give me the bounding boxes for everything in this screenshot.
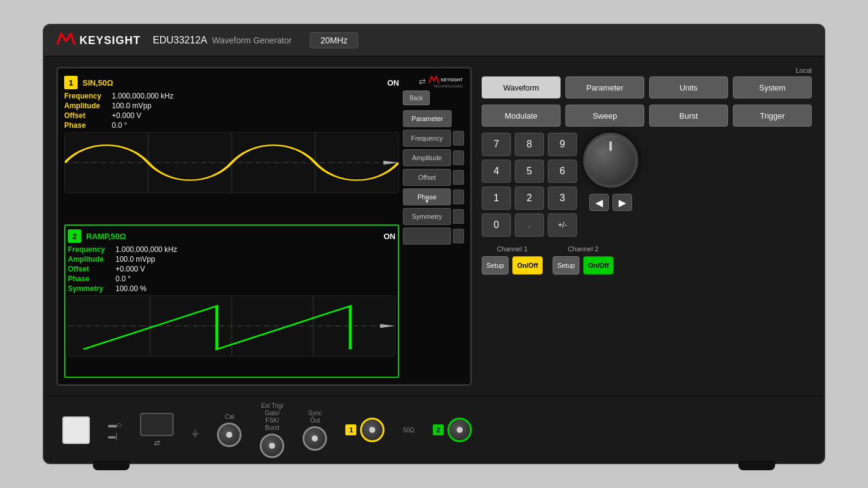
ch2-output-badge: 2 bbox=[433, 424, 444, 435]
ch2-output-connector: 2 bbox=[433, 418, 472, 442]
num-7[interactable]: 7 bbox=[482, 133, 511, 156]
usb-port[interactable] bbox=[140, 413, 174, 436]
ch1-offset-row: Offset +0.000 V bbox=[64, 111, 399, 120]
sweep-button[interactable]: Sweep bbox=[565, 105, 644, 127]
ch2-sym-val: 100.00 % bbox=[116, 284, 147, 293]
ch1-output-badge: 1 bbox=[345, 424, 356, 435]
usb-port-group: ⇄ bbox=[140, 413, 174, 447]
usb-label: ⇄ bbox=[154, 438, 160, 447]
soft-key-phase[interactable] bbox=[453, 190, 464, 204]
ch1-phase-val: 0.0 ° bbox=[112, 121, 127, 130]
num-1[interactable]: 1 bbox=[482, 187, 511, 210]
header-bar: KEYSIGHT EDU33212A Waveform Generator 20… bbox=[44, 25, 824, 57]
ch2-freq-label: Frequency bbox=[68, 245, 111, 254]
ext-trig-label: Ext Trig/ Gate/ FSK/ Burst bbox=[261, 402, 284, 432]
ch1-amp-val: 100.0 mVpp bbox=[112, 102, 152, 110]
ch1-freq-val: 1.000,000,000 kHz bbox=[112, 92, 174, 100]
bottom-panel: ▬○ ▬| ⇄ ⏚ Cal Ext Trig/ Gate/ FSK/ Burst… bbox=[44, 396, 824, 463]
top-btn-row1: Waveform Parameter Units System bbox=[482, 76, 812, 98]
waveform-button[interactable]: Waveform bbox=[482, 76, 561, 98]
usb-top-area: ⇄ KEYSIGHT TECHNOLOGIES bbox=[403, 75, 464, 88]
pc-io-icon: ▬○ bbox=[108, 420, 122, 429]
menu-blank-btn[interactable] bbox=[403, 227, 451, 245]
ch1-onoff-button[interactable]: On/Off bbox=[512, 256, 543, 275]
ohm-label: 50Ω bbox=[403, 427, 414, 434]
back-button[interactable]: Back bbox=[403, 91, 430, 105]
instrument-body: KEYSIGHT EDU33212A Waveform Generator 20… bbox=[43, 24, 825, 464]
ch2-amp-row: Amplitude 100.0 mVpp bbox=[68, 255, 395, 264]
sync-out-bnc[interactable] bbox=[303, 426, 327, 451]
ch2-freq-val: 1.000,000,000 kHz bbox=[116, 245, 177, 254]
ch1-offset-label: Offset bbox=[64, 111, 107, 120]
parameter-button[interactable]: Parameter bbox=[565, 76, 644, 98]
ext-trig-bnc[interactable] bbox=[260, 434, 284, 458]
ch2-offset-val: +0.000 V bbox=[116, 265, 145, 273]
ks-logo-mini bbox=[428, 75, 440, 84]
menu-symmetry-btn[interactable]: Symmetry bbox=[403, 208, 451, 225]
num-dot[interactable]: . bbox=[515, 213, 544, 237]
channel2-panel: 2 RAMP,50Ω ON Frequency 1.000,000,000 kH… bbox=[64, 224, 399, 378]
ch2-onoff-button[interactable]: On/Off bbox=[583, 256, 614, 275]
io-ports: ▬○ ▬| bbox=[108, 420, 122, 440]
frequency-badge: 20MHz bbox=[310, 32, 358, 48]
control-section: Local Waveform Parameter Units System Mo… bbox=[482, 67, 812, 386]
knob-area: ◀ ▶ bbox=[583, 133, 638, 211]
ch2-output-bnc[interactable] bbox=[447, 418, 472, 442]
trigger-button[interactable]: Trigger bbox=[733, 105, 812, 127]
instrument-type: Waveform Generator bbox=[212, 35, 292, 45]
ch1-amp-row: Amplitude 100.0 mVpp bbox=[64, 102, 399, 110]
num-9[interactable]: 9 bbox=[548, 133, 577, 156]
ch1-status: ON bbox=[388, 78, 400, 87]
units-button[interactable]: Units bbox=[649, 76, 728, 98]
ch2-amp-label: Amplitude bbox=[68, 255, 111, 264]
top-btn-row2: Modulate Sweep Burst Trigger bbox=[482, 105, 812, 127]
ch1-output-buttons: Setup On/Off bbox=[482, 256, 543, 275]
num-4[interactable]: 4 bbox=[482, 160, 511, 183]
soft-key-offset[interactable] bbox=[453, 170, 464, 185]
soft-key-freq[interactable] bbox=[453, 131, 464, 146]
channel-output-section: Channel 1 Setup On/Off Channel 2 Setup O… bbox=[482, 245, 812, 275]
soft-key-amp[interactable] bbox=[453, 150, 464, 165]
right-foot bbox=[738, 460, 775, 470]
ch1-phase-label: Phase bbox=[64, 121, 107, 130]
num-8[interactable]: 8 bbox=[515, 133, 544, 156]
menu-offset-btn[interactable]: Offset bbox=[403, 169, 451, 186]
menu-amplitude-btn[interactable]: Amplitude bbox=[403, 149, 451, 166]
num-2[interactable]: 2 bbox=[515, 187, 544, 210]
ch2-setup-button[interactable]: Setup bbox=[553, 256, 579, 275]
power-button[interactable] bbox=[62, 416, 90, 444]
ks-text-mini: KEYSIGHT bbox=[441, 78, 463, 82]
ch1-offset-val: +0.000 V bbox=[112, 111, 141, 120]
cal-bnc[interactable] bbox=[217, 423, 241, 447]
soft-key-blank[interactable] bbox=[453, 229, 464, 243]
sync-out-connector-group: Sync Out bbox=[303, 410, 327, 451]
system-button[interactable]: System bbox=[733, 76, 812, 98]
modulate-button[interactable]: Modulate bbox=[482, 105, 561, 127]
ch2-offset-label: Offset bbox=[68, 265, 111, 273]
usb-icon: ⇄ bbox=[419, 76, 426, 86]
num-3[interactable]: 3 bbox=[548, 187, 577, 210]
num-0[interactable]: 0 bbox=[482, 213, 511, 237]
logo-icon bbox=[56, 30, 76, 51]
ch2-sym-label: Symmetry bbox=[68, 284, 111, 293]
menu-phase-btn[interactable]: Phase ▼ bbox=[403, 188, 451, 205]
screen-section: 1 SIN,50Ω ON Frequency 1.000,000,000 kHz… bbox=[56, 67, 472, 386]
ch2-output-group: Channel 2 Setup On/Off bbox=[553, 245, 614, 275]
num-6[interactable]: 6 bbox=[548, 160, 577, 183]
left-arrow-button[interactable]: ◀ bbox=[589, 194, 609, 211]
ch1-output-bnc[interactable] bbox=[360, 418, 384, 442]
ch2-status: ON bbox=[384, 232, 396, 241]
left-foot bbox=[93, 460, 130, 470]
menu-parameter-btn[interactable]: Parameter bbox=[403, 110, 452, 127]
ch1-params: Frequency 1.000,000,000 kHz Amplitude 10… bbox=[64, 92, 399, 130]
burst-button[interactable]: Burst bbox=[649, 105, 728, 127]
arrow-buttons: ◀ ▶ bbox=[589, 194, 632, 211]
soft-key-sym[interactable] bbox=[453, 209, 464, 224]
right-arrow-button[interactable]: ▶ bbox=[612, 194, 632, 211]
channel1-panel: 1 SIN,50Ω ON Frequency 1.000,000,000 kHz… bbox=[64, 75, 399, 221]
ch1-setup-button[interactable]: Setup bbox=[482, 256, 509, 275]
menu-frequency-btn[interactable]: Frequency bbox=[403, 130, 451, 147]
num-5[interactable]: 5 bbox=[515, 160, 544, 183]
rotary-knob[interactable] bbox=[583, 133, 638, 188]
num-plusminus[interactable]: +/- bbox=[548, 213, 577, 237]
